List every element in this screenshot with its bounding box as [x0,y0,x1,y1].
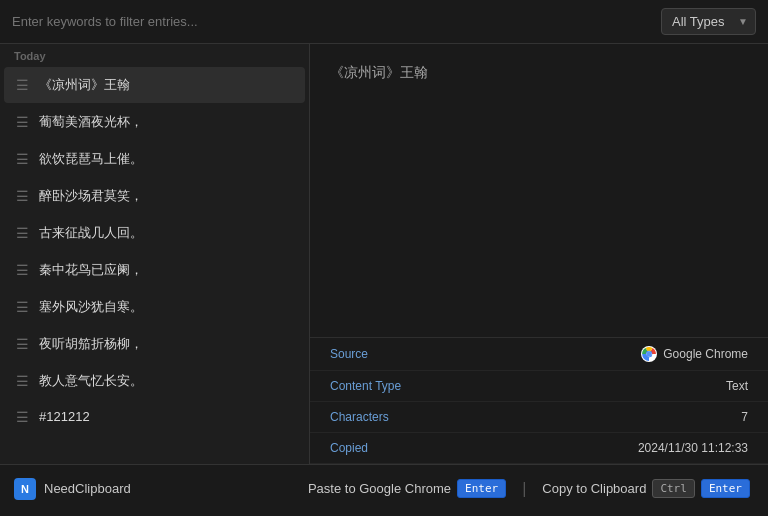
list-menu-icon: ☰ [16,152,29,166]
list-menu-icon: ☰ [16,263,29,277]
list-item[interactable]: ☰ 醉卧沙场君莫笑， [4,178,305,214]
section-today-label: Today [0,44,309,66]
copy-enter-key: Enter [701,479,750,498]
list-menu-icon: ☰ [16,374,29,388]
type-dropdown[interactable]: All TypesTextImageFile [661,8,756,35]
list-item[interactable]: ☰ 夜听胡笳折杨柳， [4,326,305,362]
meta-row-characters: Characters 7 [310,402,768,433]
list-menu-icon: ☰ [16,189,29,203]
list-item-text: 塞外风沙犹自寒。 [39,298,143,316]
list-item[interactable]: ☰ 塞外风沙犹自寒。 [4,289,305,325]
preview-text: 《凉州词》王翰 [330,60,748,85]
copy-ctrl-key: Ctrl [652,479,695,498]
list-item-text: 欲饮琵琶马上催。 [39,150,143,168]
bottom-bar: N NeedClipboard Paste to Google Chrome E… [0,464,768,512]
list-menu-icon: ☰ [16,337,29,351]
app-name: NeedClipboard [44,481,304,496]
app-icon: N [14,478,36,500]
characters-label: Characters [330,410,389,424]
list-item-text: 醉卧沙场君莫笑， [39,187,143,205]
list-item-text: #121212 [39,409,90,424]
copied-value: 2024/11/30 11:12:33 [638,441,748,455]
list-menu-icon: ☰ [16,300,29,314]
list-item-text: 教人意气忆长安。 [39,372,143,390]
paste-enter-key: Enter [457,479,506,498]
paste-to-chrome-button[interactable]: Paste to Google Chrome Enter [304,479,510,498]
svg-point-4 [647,352,652,357]
type-dropdown-wrap: All TypesTextImageFile ▼ [661,8,756,35]
copy-btn-label: Copy to Clipboard [542,481,646,496]
actions-separator: | [522,480,526,498]
paste-btn-label: Paste to Google Chrome [308,481,451,496]
list-item[interactable]: ☰ 秦中花鸟已应阑， [4,252,305,288]
source-label: Source [330,347,368,361]
content-type-label: Content Type [330,379,401,393]
list-item[interactable]: ☰ #121212 [4,400,305,433]
meta-row-content-type: Content Type Text [310,371,768,402]
list-menu-icon: ☰ [16,226,29,240]
list-menu-icon: ☰ [16,78,29,92]
list-menu-icon: ☰ [16,115,29,129]
list-item-text: 《凉州词》王翰 [39,76,130,94]
top-bar: All TypesTextImageFile ▼ [0,0,768,44]
characters-value: 7 [741,410,748,424]
meta-row-copied: Copied 2024/11/30 11:12:33 [310,433,768,464]
bottom-actions: Paste to Google Chrome Enter | Copy to C… [304,479,754,498]
preview-area: 《凉州词》王翰 [310,44,768,337]
list-item[interactable]: ☰ 古来征战几人回。 [4,215,305,251]
list-item-text: 葡萄美酒夜光杯， [39,113,143,131]
source-value: Google Chrome [641,346,748,362]
meta-row-source: Source [310,338,768,371]
left-panel: Today ☰ 《凉州词》王翰 ☰ 葡萄美酒夜光杯， ☰ 欲饮琵琶马上催。 ☰ … [0,44,310,464]
right-panel: 《凉州词》王翰 Source [310,44,768,464]
list-item[interactable]: ☰ 葡萄美酒夜光杯， [4,104,305,140]
list-item-text: 秦中花鸟已应阑， [39,261,143,279]
main-layout: Today ☰ 《凉州词》王翰 ☰ 葡萄美酒夜光杯， ☰ 欲饮琵琶马上催。 ☰ … [0,44,768,464]
content-type-value: Text [726,379,748,393]
list-item-text: 夜听胡笳折杨柳， [39,335,143,353]
list-item[interactable]: ☰ 欲饮琵琶马上催。 [4,141,305,177]
list-item[interactable]: ☰ 教人意气忆长安。 [4,363,305,399]
chrome-icon [641,346,657,362]
copy-to-clipboard-button[interactable]: Copy to Clipboard Ctrl Enter [538,479,754,498]
list-menu-icon: ☰ [16,410,29,424]
meta-section: Source [310,337,768,464]
search-input[interactable] [12,14,653,29]
copied-label: Copied [330,441,368,455]
list-item[interactable]: ☰ 《凉州词》王翰 [4,67,305,103]
list-item-text: 古来征战几人回。 [39,224,143,242]
